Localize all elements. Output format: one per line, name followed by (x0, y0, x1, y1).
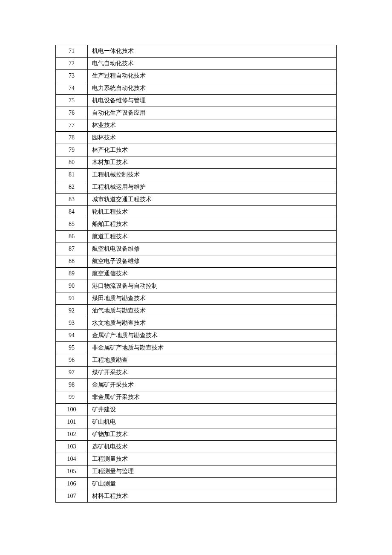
table-row: 87航空机电设备维修 (56, 243, 337, 255)
row-number: 78 (56, 132, 88, 144)
row-name: 金属矿产地质与勘查技术 (88, 330, 337, 342)
row-number: 91 (56, 292, 88, 305)
row-number: 103 (56, 441, 88, 453)
table-row: 91煤田地质与勘查技术 (56, 292, 337, 305)
table-row: 90港口物流设备与自动控制 (56, 280, 337, 292)
table-row: 92油气地质与勘查技术 (56, 305, 337, 317)
table-row: 94金属矿产地质与勘查技术 (56, 330, 337, 342)
row-name: 园林技术 (88, 132, 337, 144)
row-number: 97 (56, 367, 88, 379)
row-number: 71 (56, 45, 88, 58)
table-row: 89航空通信技术 (56, 268, 337, 280)
row-name: 航空电子设备维修 (88, 255, 337, 268)
row-name: 非金属矿产地质与勘查技术 (88, 342, 337, 354)
row-name: 油气地质与勘查技术 (88, 305, 337, 317)
row-number: 84 (56, 206, 88, 218)
row-name: 非金属矿开采技术 (88, 391, 337, 404)
row-number: 102 (56, 428, 88, 441)
row-number: 89 (56, 268, 88, 280)
row-name: 林产化工技术 (88, 144, 337, 156)
table-row: 96工程地质勘查 (56, 354, 337, 367)
row-number: 87 (56, 243, 88, 255)
row-name: 工程机械运用与维护 (88, 181, 337, 194)
row-name: 机电一体化技术 (88, 45, 337, 58)
row-name: 电力系统自动化技术 (88, 82, 337, 95)
row-number: 106 (56, 478, 88, 490)
table-row: 80木材加工技术 (56, 156, 337, 169)
row-name: 电气自动化技术 (88, 58, 337, 70)
table-row: 79林产化工技术 (56, 144, 337, 156)
row-name: 船舶工程技术 (88, 218, 337, 231)
row-name: 水文地质与勘查技术 (88, 317, 337, 330)
table-row: 82工程机械运用与维护 (56, 181, 337, 194)
row-number: 93 (56, 317, 88, 330)
table-row: 77林业技术 (56, 119, 337, 132)
table-row: 75机电设备维修与管理 (56, 95, 337, 107)
table-row: 98金属矿开采技术 (56, 379, 337, 391)
table-row: 102矿物加工技术 (56, 428, 337, 441)
table-row: 83城市轨道交通工程技术 (56, 194, 337, 206)
row-name: 煤矿开采技术 (88, 367, 337, 379)
table-row: 86航道工程技术 (56, 231, 337, 243)
table-row: 76自动化生产设备应用 (56, 107, 337, 119)
row-number: 74 (56, 82, 88, 95)
row-name: 煤田地质与勘查技术 (88, 292, 337, 305)
row-number: 105 (56, 465, 88, 478)
table-row: 103选矿机电技术 (56, 441, 337, 453)
row-number: 81 (56, 169, 88, 181)
row-number: 73 (56, 70, 88, 82)
table-row: 72电气自动化技术 (56, 58, 337, 70)
table-row: 99非金属矿开采技术 (56, 391, 337, 404)
table-row: 95非金属矿产地质与勘查技术 (56, 342, 337, 354)
row-name: 自动化生产设备应用 (88, 107, 337, 119)
row-number: 104 (56, 453, 88, 465)
row-name: 工程测量技术 (88, 453, 337, 465)
majors-table: 71机电一体化技术72电气自动化技术73生产过程自动化技术74电力系统自动化技术… (55, 45, 337, 503)
table-body: 71机电一体化技术72电气自动化技术73生产过程自动化技术74电力系统自动化技术… (56, 45, 337, 503)
row-number: 85 (56, 218, 88, 231)
table-row: 107材料工程技术 (56, 490, 337, 503)
row-number: 90 (56, 280, 88, 292)
row-number: 100 (56, 404, 88, 416)
table-row: 84轮机工程技术 (56, 206, 337, 218)
row-number: 86 (56, 231, 88, 243)
table-row: 74电力系统自动化技术 (56, 82, 337, 95)
row-number: 83 (56, 194, 88, 206)
table-row: 100矿井建设 (56, 404, 337, 416)
row-number: 98 (56, 379, 88, 391)
row-name: 矿物加工技术 (88, 428, 337, 441)
table-row: 97煤矿开采技术 (56, 367, 337, 379)
table-row: 73生产过程自动化技术 (56, 70, 337, 82)
table-row: 93水文地质与勘查技术 (56, 317, 337, 330)
row-number: 107 (56, 490, 88, 503)
row-name: 矿井建设 (88, 404, 337, 416)
row-name: 生产过程自动化技术 (88, 70, 337, 82)
row-name: 机电设备维修与管理 (88, 95, 337, 107)
row-number: 101 (56, 416, 88, 428)
row-name: 工程地质勘查 (88, 354, 337, 367)
table-row: 104工程测量技术 (56, 453, 337, 465)
row-name: 航道工程技术 (88, 231, 337, 243)
row-name: 选矿机电技术 (88, 441, 337, 453)
row-name: 城市轨道交通工程技术 (88, 194, 337, 206)
row-name: 工程测量与监理 (88, 465, 337, 478)
table-row: 106矿山测量 (56, 478, 337, 490)
row-name: 港口物流设备与自动控制 (88, 280, 337, 292)
row-name: 金属矿开采技术 (88, 379, 337, 391)
table-row: 78园林技术 (56, 132, 337, 144)
table-row: 81工程机械控制技术 (56, 169, 337, 181)
row-number: 88 (56, 255, 88, 268)
table-row: 85船舶工程技术 (56, 218, 337, 231)
row-name: 轮机工程技术 (88, 206, 337, 218)
row-name: 航空机电设备维修 (88, 243, 337, 255)
table-row: 105工程测量与监理 (56, 465, 337, 478)
table-row: 88航空电子设备维修 (56, 255, 337, 268)
row-name: 矿山测量 (88, 478, 337, 490)
row-number: 95 (56, 342, 88, 354)
row-number: 96 (56, 354, 88, 367)
table-row: 101矿山机电 (56, 416, 337, 428)
row-number: 77 (56, 119, 88, 132)
table-row: 71机电一体化技术 (56, 45, 337, 58)
row-number: 75 (56, 95, 88, 107)
row-number: 80 (56, 156, 88, 169)
